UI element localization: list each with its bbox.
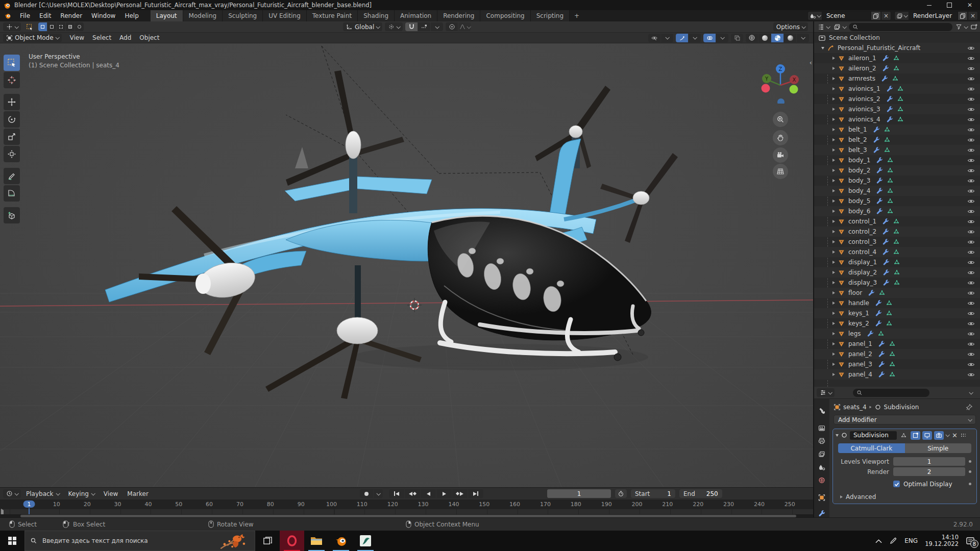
modifier-wrench-icon[interactable] bbox=[882, 218, 889, 225]
annotate-tool[interactable] bbox=[4, 168, 20, 184]
outliner-object-row[interactable]: body_2 bbox=[814, 165, 980, 176]
modifier-wrench-icon[interactable] bbox=[875, 320, 882, 327]
mesh-data-icon[interactable] bbox=[897, 85, 904, 92]
expand-triangle-icon[interactable] bbox=[832, 189, 835, 192]
outliner-object-row[interactable]: avionics_3 bbox=[814, 104, 980, 114]
select-set-mode-button[interactable] bbox=[38, 22, 47, 31]
expand-triangle-icon[interactable] bbox=[832, 363, 835, 366]
viewport-3d[interactable]: User Perspective (1) Scene Collection | … bbox=[0, 43, 813, 487]
marker-menu[interactable]: Marker bbox=[123, 490, 152, 497]
editor-type-button[interactable] bbox=[3, 22, 21, 31]
blender-menu-button[interactable] bbox=[0, 10, 15, 21]
expand-triangle-icon[interactable] bbox=[832, 148, 835, 152]
eye-icon[interactable] bbox=[967, 371, 975, 379]
eye-icon[interactable] bbox=[967, 44, 975, 52]
mesh-data-icon[interactable] bbox=[893, 248, 900, 256]
eye-icon[interactable] bbox=[967, 197, 975, 205]
animate-dot[interactable] bbox=[969, 470, 971, 473]
rotate-tool[interactable] bbox=[4, 111, 20, 128]
tab-world-icon[interactable] bbox=[818, 477, 826, 484]
sidebar-collapse-arrow[interactable]: ‹ bbox=[810, 59, 812, 66]
outliner-object-row[interactable]: panel_1 bbox=[814, 339, 980, 349]
mesh-data-icon[interactable] bbox=[897, 116, 904, 123]
modifier-wrench-icon[interactable] bbox=[878, 340, 885, 347]
mesh-data-icon[interactable] bbox=[893, 269, 900, 276]
overlays-dropdown[interactable] bbox=[716, 34, 728, 42]
shading-material-button[interactable] bbox=[771, 34, 783, 42]
mesh-data-icon[interactable] bbox=[889, 350, 896, 358]
modifier-wrench-icon[interactable] bbox=[886, 95, 893, 103]
mesh-data-icon[interactable] bbox=[887, 208, 894, 215]
show-in-edit-mode-toggle[interactable] bbox=[911, 431, 920, 440]
modifier-wrench-icon[interactable] bbox=[882, 55, 889, 62]
outliner-object-row[interactable]: body_5 bbox=[814, 196, 980, 206]
add-modifier-button[interactable]: Add Modifier bbox=[834, 415, 976, 424]
tab-modifiers-icon[interactable] bbox=[818, 510, 826, 517]
expand-triangle-icon[interactable] bbox=[832, 373, 835, 376]
cursor-tool[interactable] bbox=[4, 72, 20, 88]
outliner-object-row[interactable]: avionics_4 bbox=[814, 114, 980, 124]
tab-scene-icon[interactable] bbox=[818, 464, 826, 471]
expand-triangle-icon[interactable] bbox=[832, 169, 835, 172]
outliner-object-row[interactable]: legs bbox=[814, 329, 980, 339]
next-keyframe-button[interactable] bbox=[452, 489, 468, 498]
mesh-data-icon[interactable] bbox=[892, 75, 899, 82]
expand-triangle-icon[interactable] bbox=[832, 261, 835, 264]
expand-triangle-icon[interactable] bbox=[832, 342, 835, 345]
jump-to-end-button[interactable] bbox=[468, 489, 483, 498]
outliner-object-row[interactable]: control_1 bbox=[814, 216, 980, 227]
outliner-object-row[interactable]: aileron_1 bbox=[814, 53, 980, 63]
select-box-tool[interactable] bbox=[4, 55, 20, 71]
modifier-wrench-icon[interactable] bbox=[883, 279, 890, 286]
transform-tool[interactable] bbox=[4, 146, 20, 162]
expand-triangle-icon[interactable] bbox=[832, 353, 835, 356]
mesh-data-icon[interactable] bbox=[878, 289, 886, 296]
view-menu[interactable]: View bbox=[100, 490, 122, 497]
outliner-object-row[interactable]: keys_1 bbox=[814, 308, 980, 318]
measure-tool[interactable] bbox=[4, 185, 20, 202]
mesh-data-icon[interactable] bbox=[893, 279, 900, 286]
mesh-data-icon[interactable] bbox=[897, 106, 904, 113]
modifier-wrench-icon[interactable] bbox=[883, 269, 890, 276]
tab-render-icon[interactable] bbox=[818, 424, 826, 432]
zoom-button[interactable] bbox=[773, 112, 788, 127]
workspace-tab[interactable]: UV Editing bbox=[263, 10, 307, 21]
eye-icon[interactable] bbox=[967, 75, 975, 83]
breadcrumb-object[interactable]: seats_4 bbox=[843, 404, 867, 411]
workspace-tab[interactable]: Compositing bbox=[480, 10, 530, 21]
menu-item[interactable]: Render bbox=[56, 10, 87, 21]
language-indicator[interactable]: ENG bbox=[904, 537, 918, 544]
unlink-scene-button[interactable]: × bbox=[881, 11, 891, 20]
expand-triangle-icon[interactable] bbox=[832, 57, 835, 60]
eye-icon[interactable] bbox=[967, 248, 975, 256]
workspace-tab[interactable]: Modeling bbox=[183, 10, 223, 21]
outliner-object-row[interactable]: body_1 bbox=[814, 155, 980, 165]
outliner-object-row[interactable]: panel_3 bbox=[814, 359, 980, 369]
remove-view-layer-button[interactable]: × bbox=[968, 11, 978, 20]
outliner-object-row[interactable]: armrests bbox=[814, 73, 980, 84]
expand-triangle-icon[interactable] bbox=[832, 332, 835, 335]
outliner-object-row[interactable]: control_4 bbox=[814, 247, 980, 257]
tab-view-layer-icon[interactable] bbox=[818, 450, 826, 458]
eye-icon[interactable] bbox=[967, 65, 975, 72]
expand-triangle-icon[interactable] bbox=[832, 77, 835, 80]
modifier-wrench-icon[interactable] bbox=[878, 361, 885, 368]
select-intersect-mode-button[interactable] bbox=[75, 22, 84, 31]
scene-icon-button[interactable] bbox=[807, 11, 822, 20]
modifier-name-field[interactable]: Subdivision bbox=[850, 431, 897, 440]
taskbar-search-input[interactable]: Введите здесь текст для поиска bbox=[24, 531, 255, 551]
levels-viewport-field[interactable]: 1 bbox=[893, 457, 965, 466]
simple-button[interactable]: Simple bbox=[905, 443, 972, 453]
outliner-object-row[interactable]: floor bbox=[814, 288, 980, 298]
outliner-object-row[interactable]: belt_1 bbox=[814, 124, 980, 135]
eye-icon[interactable] bbox=[967, 146, 975, 154]
view-layer-icon-button[interactable] bbox=[894, 11, 909, 20]
eye-icon[interactable] bbox=[967, 116, 975, 123]
scale-tool[interactable] bbox=[4, 129, 20, 145]
modifier-wrench-icon[interactable] bbox=[878, 350, 885, 358]
modifier-wrench-icon[interactable] bbox=[867, 330, 874, 337]
modifier-wrench-icon[interactable] bbox=[882, 228, 889, 235]
new-view-layer-button[interactable] bbox=[958, 11, 968, 20]
eye-icon[interactable] bbox=[967, 157, 975, 164]
outliner-view-layer-dropdown[interactable] bbox=[832, 22, 847, 31]
